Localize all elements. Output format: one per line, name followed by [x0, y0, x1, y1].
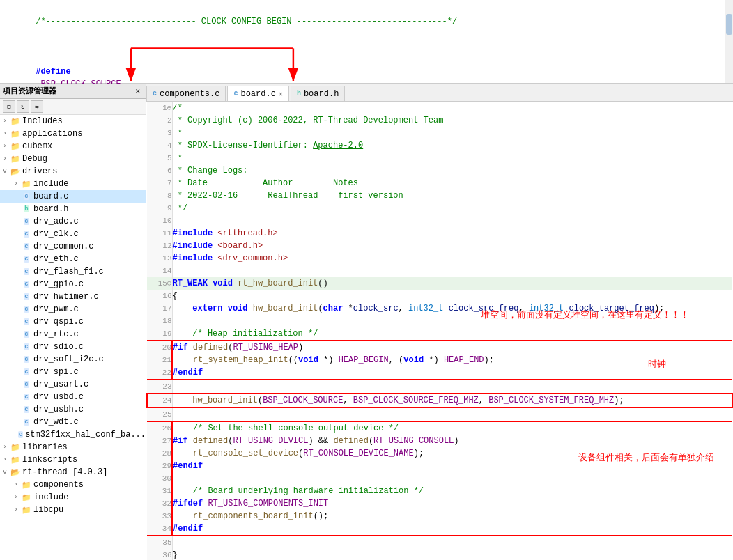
line-number: 15⊖: [147, 277, 172, 290]
sidebar-item-libraries[interactable]: › 📁 libraries: [0, 441, 146, 453]
sidebar-toolbar: ⊟ ↻ ⇆: [0, 99, 146, 115]
line-content: hw_board_init(BSP_CLOCK_SOURCE, BSP_CLOC…: [172, 394, 732, 407]
line-number: 11: [147, 227, 172, 240]
table-row: 10: [147, 215, 732, 227]
table-row: 29 #endif: [147, 460, 732, 472]
drv-pwm-icon: c: [21, 304, 32, 315]
line-number: 10: [147, 215, 172, 227]
sidebar-item-stm32[interactable]: › c stm32f1xx_hal_conf_ba...: [0, 428, 146, 441]
table-row: 28 rt_console_set_device(RT_CONSOLE_DEVI…: [147, 447, 732, 460]
close-icon[interactable]: ✕: [132, 86, 143, 95]
libraries-label: libraries: [22, 442, 68, 452]
table-row: 22 #endif: [147, 366, 732, 380]
sidebar[interactable]: 项目资源管理器 ✕ ⊟ ↻ ⇆ › 📁 Includes › 📁 applica…: [0, 84, 146, 560]
comment-line: /*------------------------------ CLOCK C…: [6, 3, 727, 40]
sidebar-item-drv-adc[interactable]: › c drv_adc.c: [0, 215, 146, 228]
line-number: 26: [147, 421, 172, 435]
refresh-button[interactable]: ↻: [17, 100, 29, 113]
line-content: rt_console_set_device(RT_CONSOLE_DEVICE_…: [172, 447, 732, 460]
sidebar-item-drv-spi[interactable]: › c drv_spi.c: [0, 366, 146, 378]
drv-hwtimer-label: drv_hwtimer.c: [33, 292, 99, 302]
tab-board-h[interactable]: h board.h: [291, 86, 345, 101]
table-row: 11 #include <rtthread.h>: [147, 227, 732, 240]
include-label: include: [33, 179, 68, 189]
sidebar-item-drv-clk[interactable]: › c drv_clk.c: [0, 228, 146, 240]
sidebar-item-libcpu[interactable]: › 📁 libcpu: [0, 504, 146, 516]
tab-board-c[interactable]: c board.c ✕: [227, 86, 288, 101]
sidebar-item-cubemx[interactable]: › 📁 cubemx: [0, 140, 146, 153]
sidebar-item-drv-pwm[interactable]: › c drv_pwm.c: [0, 303, 146, 316]
editor-wrapper: 1⊖ /* 2 * Copyright (c) 2006-2022, RT-Th…: [146, 102, 733, 560]
drv-sdio-label: drv_sdio.c: [33, 342, 84, 352]
line-number: 23: [147, 380, 172, 394]
sidebar-item-drv-usbh[interactable]: › c drv_usbh.c: [0, 403, 146, 416]
collapse-all-button[interactable]: ⊟: [3, 100, 15, 113]
table-row: 20 #if defined(RT_USING_HEAP): [147, 341, 732, 354]
sidebar-item-drv-wdt[interactable]: › c drv_wdt.c: [0, 416, 146, 428]
sidebar-item-applications[interactable]: › 📁 applications: [0, 127, 146, 140]
drv-gpio-icon: c: [21, 279, 32, 290]
code-editor[interactable]: 1⊖ /* 2 * Copyright (c) 2006-2022, RT-Th…: [146, 102, 733, 560]
line-content: [172, 472, 732, 485]
sidebar-item-drv-flash[interactable]: › c drv_flash_f1.c: [0, 265, 146, 278]
sidebar-item-drv-eth[interactable]: › c drv_eth.c: [0, 253, 146, 265]
sidebar-item-drv-usbd[interactable]: › c drv_usbd.c: [0, 391, 146, 403]
link-editor-button[interactable]: ⇆: [31, 100, 43, 113]
sidebar-item-debug[interactable]: › 📁 Debug: [0, 153, 146, 165]
drv-soft-i2c-icon: c: [21, 354, 32, 365]
sidebar-item-drv-sdio[interactable]: › c drv_sdio.c: [0, 341, 146, 353]
applications-label: applications: [22, 129, 82, 139]
line-number: 31: [147, 485, 172, 497]
table-row: 1⊖ /*: [147, 102, 732, 114]
board-c-file-icon: c: [233, 90, 238, 98]
drv-eth-label: drv_eth.c: [33, 254, 79, 264]
line-content: */: [172, 202, 732, 215]
line-content: rt_system_heap_init((void *) HEAP_BEGIN,…: [172, 354, 732, 366]
sidebar-item-rt-include[interactable]: › 📁 include: [0, 491, 146, 504]
line-content: * Date Author Notes: [172, 177, 732, 189]
line-content: [172, 265, 732, 277]
sidebar-item-board-h[interactable]: › h board.h: [0, 203, 146, 215]
drv-adc-label: drv_adc.c: [33, 217, 79, 226]
sidebar-item-drv-hwtimer[interactable]: › c drv_hwtimer.c: [0, 290, 146, 303]
table-row: 6 * Change Logs:: [147, 164, 732, 177]
drv-common-icon: c: [21, 241, 32, 252]
sidebar-item-drv-common[interactable]: › c drv_common.c: [0, 240, 146, 253]
debug-label: Debug: [22, 154, 47, 164]
sidebar-item-drv-qspi[interactable]: › c drv_qspi.c: [0, 316, 146, 328]
includes-arrow: ›: [0, 118, 10, 125]
line-number: 17: [147, 302, 172, 315]
sidebar-item-drv-gpio[interactable]: › c drv_gpio.c: [0, 278, 146, 290]
sidebar-item-include[interactable]: › 📁 include: [0, 178, 146, 190]
drv-rtc-label: drv_rtc.c: [33, 329, 79, 339]
sidebar-item-drv-rtc[interactable]: › c drv_rtc.c: [0, 328, 146, 341]
line-number: 25: [147, 407, 172, 421]
table-row: 27 #if defined(RT_USING_DEVICE) && defin…: [147, 435, 732, 447]
drv-wdt-icon: c: [21, 417, 32, 428]
table-row: 9 */: [147, 202, 732, 215]
line-number: 34: [147, 522, 172, 536]
line-content: /* Set the shell console output device *…: [172, 421, 732, 435]
line-content: #endif: [172, 522, 732, 536]
linkscripts-folder-icon: 📁: [10, 454, 21, 465]
line-content: #if defined(RT_USING_HEAP): [172, 341, 732, 354]
sidebar-item-includes[interactable]: › 📁 Includes: [0, 115, 146, 127]
drv-hwtimer-icon: c: [21, 291, 32, 302]
drv-spi-label: drv_spi.c: [33, 367, 79, 377]
tab-components-c[interactable]: c components.c: [146, 86, 226, 101]
sidebar-item-components[interactable]: › 📁 components: [0, 479, 146, 491]
board-c-close-button[interactable]: ✕: [279, 90, 283, 98]
drivers-label: drivers: [22, 166, 57, 176]
line-number: 35: [147, 536, 172, 549]
debug-folder-icon: 📁: [10, 153, 21, 164]
line-content: rt_components_board_init();: [172, 510, 732, 522]
sidebar-item-drivers[interactable]: v 📂 drivers: [0, 165, 146, 178]
sidebar-item-rt-thread[interactable]: v 📂 rt-thread [4.0.3]: [0, 466, 146, 479]
sidebar-item-board-c[interactable]: › c board.c: [0, 190, 146, 203]
sidebar-item-linkscripts[interactable]: › 📁 linkscripts: [0, 453, 146, 466]
cubemx-arrow: ›: [0, 143, 10, 150]
table-row: 12 #include <board.h>: [147, 240, 732, 252]
table-row: 15⊖ RT_WEAK void rt_hw_board_init(): [147, 277, 732, 290]
sidebar-item-drv-usart[interactable]: › c drv_usart.c: [0, 378, 146, 391]
sidebar-item-drv-soft-i2c[interactable]: › c drv_soft_i2c.c: [0, 353, 146, 366]
